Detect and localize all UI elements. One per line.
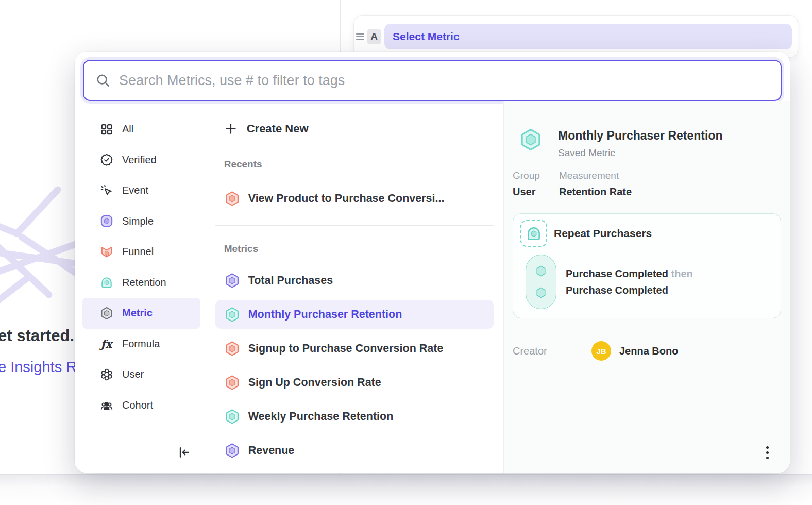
- select-metric-label: Select Metric: [393, 30, 460, 43]
- step-capsule: [526, 255, 556, 309]
- search-bar: [83, 60, 782, 101]
- decorative-lines: [0, 186, 82, 319]
- creator-name: Jenna Bono: [619, 345, 678, 357]
- metric-item-label: Total Purchases: [248, 274, 333, 287]
- metric-hex-icon-purple: [224, 443, 240, 459]
- detail-subtitle: Saved Metric: [558, 147, 722, 159]
- measurement-value: Retention Rate: [559, 186, 632, 198]
- metric-item-label: Sign Up Conversion Rate: [248, 376, 381, 389]
- creator-avatar: JB: [591, 341, 611, 361]
- sidebar-item-cohort[interactable]: Cohort: [82, 390, 200, 421]
- creator-label: Creator: [513, 345, 591, 357]
- search-input[interactable]: [83, 60, 782, 101]
- collapse-left-icon[interactable]: [177, 445, 191, 460]
- retention-arch-icon: [526, 225, 542, 242]
- detail-meta: Group User Measurement Retention Rate: [513, 170, 781, 198]
- sidebar-item-metric[interactable]: Metric: [82, 298, 200, 329]
- definition-name: Repeat Purchasers: [554, 227, 652, 240]
- metric-item-revenue[interactable]: Revenue: [215, 436, 494, 465]
- definition-step-1: Purchase Completed then: [566, 268, 693, 280]
- step-connector: then: [671, 268, 693, 279]
- metric-item-label: Monthly Purchaser Retention: [248, 308, 402, 321]
- metric-item-sign-up-conversion[interactable]: Sign Up Conversion Rate: [215, 368, 494, 397]
- cursor-click-icon: [99, 183, 113, 197]
- sidebar-item-label: Metric: [122, 307, 153, 319]
- simple-metric-icon: [99, 214, 113, 228]
- metric-item-label: Signup to Purchase Conversion Rate: [248, 342, 444, 355]
- step-hexagon-icon: [534, 264, 548, 278]
- metrics-header: Metrics: [215, 243, 494, 256]
- metric-item-label: Revenue: [248, 444, 295, 457]
- more-options-icon[interactable]: [764, 444, 771, 461]
- filter-sidebar: All Verified Event: [75, 101, 206, 473]
- detail-footer: [504, 432, 790, 473]
- definition-step-2: Purchase Completed: [566, 284, 693, 296]
- recent-metric-item[interactable]: View Product to Purchase Conversi...: [215, 184, 494, 213]
- metric-item-monthly-purchaser-retention[interactable]: Monthly Purchaser Retention: [215, 300, 494, 329]
- background-headline-fragment: et started.: [0, 327, 74, 345]
- sidebar-item-verified[interactable]: Verified: [82, 145, 200, 176]
- sidebar-item-event[interactable]: Event: [82, 175, 200, 206]
- measurement-label: Measurement: [559, 170, 632, 181]
- metric-hex-icon-coral: [224, 375, 240, 391]
- create-new-label: Create New: [247, 122, 309, 136]
- metric-list-panel: Create New Recents View Product to Purch…: [206, 101, 503, 473]
- metric-hex-icon-teal-large: [519, 128, 543, 152]
- metric-hex-icon-teal: [224, 307, 240, 323]
- plus-icon: [224, 122, 238, 136]
- metric-hex-icon-coral: [224, 191, 240, 207]
- sidebar-item-label: Retention: [122, 277, 166, 289]
- sidebar-item-label: Verified: [122, 154, 157, 166]
- group-value: User: [513, 186, 547, 198]
- metric-item-label: View Product to Purchase Conversi...: [248, 192, 445, 205]
- sidebar-item-all[interactable]: All: [82, 114, 200, 145]
- drag-handle-icon[interactable]: [356, 33, 364, 40]
- metric-hex-icon-coral: [224, 341, 240, 357]
- recents-header: Recents: [215, 159, 494, 171]
- retention-icon: [99, 276, 113, 290]
- sidebar-item-simple[interactable]: Simple: [82, 206, 200, 237]
- sidebar-item-retention[interactable]: Retention: [82, 267, 200, 298]
- sidebar-item-label: Funnel: [122, 246, 154, 258]
- metric-item-label: Weekly Purchase Retention: [248, 410, 394, 423]
- page-bottom-edge: [0, 474, 812, 505]
- list-divider: [215, 225, 494, 226]
- sidebar-item-label: Simple: [122, 215, 154, 227]
- group-label: Group: [513, 170, 547, 181]
- metric-hex-icon-teal: [224, 409, 240, 425]
- detail-header: Monthly Purchaser Retention Saved Metric: [513, 128, 781, 159]
- funnel-icon: [99, 245, 113, 259]
- metric-detail-panel: Monthly Purchaser Retention Saved Metric…: [503, 101, 790, 473]
- metric-item-total-purchases[interactable]: Total Purchases: [215, 266, 494, 295]
- grid-icon: [99, 122, 113, 136]
- creator-row: Creator JB Jenna Bono: [513, 341, 781, 361]
- sidebar-item-label: All: [122, 123, 133, 135]
- metric-list: Total Purchases Monthly Purchaser Retent…: [215, 266, 494, 465]
- select-metric-field[interactable]: Select Metric: [384, 24, 792, 49]
- cohort-icon: [99, 398, 113, 412]
- background-link-fragment[interactable]: e Insights Re: [0, 359, 85, 376]
- metric-hex-icon-purple: [224, 273, 240, 289]
- definition-card: Repeat Purchasers Purchase Completed the…: [513, 213, 781, 318]
- sidebar-footer: [75, 432, 206, 473]
- sidebar-item-label: Cohort: [122, 399, 153, 411]
- user-cluster-icon: [99, 367, 113, 381]
- create-new-button[interactable]: Create New: [215, 119, 494, 139]
- formula-icon: ƒx: [99, 337, 113, 351]
- sidebar-item-funnel[interactable]: Funnel: [82, 237, 200, 267]
- metric-item-signup-to-purchase[interactable]: Signup to Purchase Conversion Rate: [215, 334, 494, 363]
- metric-picker-modal: All Verified Event: [75, 52, 790, 473]
- definition-dashed-icon: [520, 220, 547, 247]
- sidebar-item-label: Formula: [122, 338, 160, 350]
- metric-item-weekly-purchase-retention[interactable]: Weekly Purchase Retention: [215, 402, 494, 431]
- verified-badge-icon: [99, 153, 113, 167]
- sidebar-item-formula[interactable]: ƒx Formula: [82, 329, 200, 360]
- metric-hexagon-icon: [99, 306, 113, 320]
- sidebar-item-user[interactable]: User: [82, 359, 200, 390]
- step-hexagon-icon: [534, 286, 548, 299]
- detail-title: Monthly Purchaser Retention: [558, 128, 722, 143]
- row-letter-badge: A: [367, 29, 381, 44]
- sidebar-item-label: User: [122, 368, 144, 380]
- sidebar-item-label: Event: [122, 184, 148, 196]
